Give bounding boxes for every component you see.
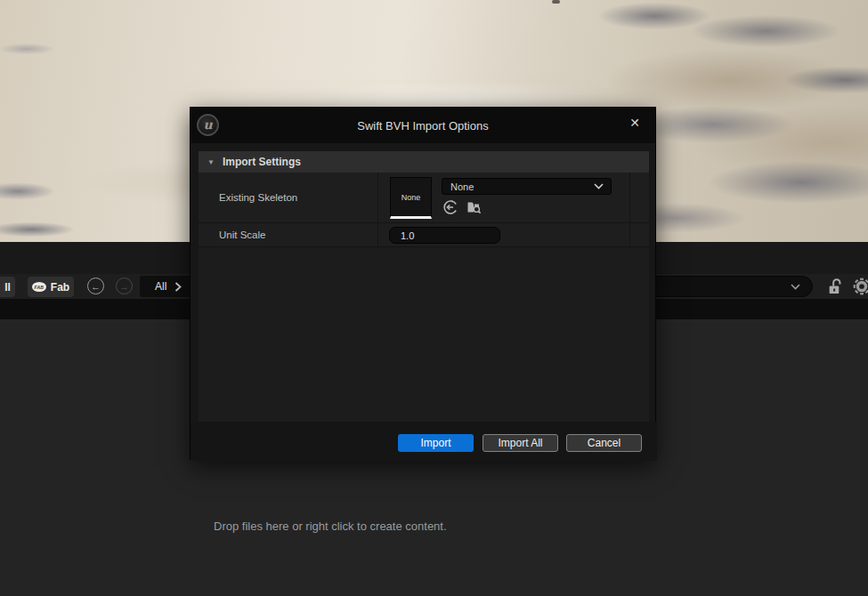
unlock-icon[interactable] [827, 278, 844, 295]
section-header-import-settings[interactable]: ▼ Import Settings [199, 151, 649, 173]
settings-gear-icon[interactable] [852, 277, 868, 296]
property-label-column: Unit Scale [199, 223, 378, 246]
dialog-button-bar: Import Import All Cancel [191, 422, 657, 461]
import-button[interactable]: Import [398, 434, 474, 452]
use-selected-asset-icon[interactable] [443, 200, 458, 214]
close-icon: ✕ [629, 116, 640, 130]
property-row-unit-scale: Unit Scale [199, 223, 649, 247]
distant-object [552, 0, 560, 4]
back-arrow-icon: ← [91, 281, 101, 292]
existing-skeleton-label: Existing Skeleton [219, 192, 297, 203]
close-button[interactable]: ✕ [625, 113, 645, 133]
asset-thumbnail[interactable]: None [390, 177, 432, 219]
dialog-title: Swift BVH Import Options [191, 108, 655, 143]
fab-button-label: Fab [51, 281, 69, 294]
chevron-down-icon [594, 183, 604, 189]
property-label-column: Existing Skeleton [199, 173, 378, 222]
property-value-column [378, 223, 629, 246]
dialog-titlebar[interactable]: Swift BVH Import Options u ✕ [191, 108, 655, 143]
section-header-label: Import Settings [223, 156, 301, 168]
chevron-right-icon [174, 282, 182, 292]
import-options-dialog: Swift BVH Import Options u ✕ ▼ Import Se… [190, 107, 656, 460]
skeleton-asset-combobox[interactable]: None [442, 178, 612, 195]
cancel-button[interactable]: Cancel [566, 434, 642, 452]
forward-arrow-icon: → [119, 281, 129, 292]
breadcrumb-root[interactable]: All [155, 280, 166, 293]
asset-thumbnail-label: None [402, 193, 421, 202]
property-row-existing-skeleton: Existing Skeleton None None [199, 173, 649, 223]
property-reset-column [629, 173, 649, 222]
import-all-button[interactable]: Import All [483, 434, 558, 452]
unreal-engine-logo-icon: u [197, 114, 219, 136]
save-all-label-fragment: ll [4, 281, 11, 294]
property-reset-column [629, 223, 649, 246]
import-settings-panel: ▼ Import Settings Existing Skeleton None… [199, 151, 649, 422]
chevron-down-icon[interactable] [791, 284, 800, 290]
browse-to-asset-icon[interactable] [466, 200, 482, 214]
skeleton-combo-value: None [450, 181, 594, 192]
expander-triangle-icon: ▼ [207, 158, 215, 166]
drop-files-hint: Drop files here or right click to create… [214, 519, 447, 533]
asset-picker-actions [443, 200, 482, 214]
fab-logo-icon: FAB [32, 282, 46, 292]
unit-scale-label: Unit Scale [219, 230, 265, 240]
fab-button[interactable]: FAB Fab [28, 277, 74, 297]
unit-scale-input[interactable] [389, 227, 500, 244]
navigate-back-button[interactable]: ← [87, 278, 104, 294]
property-value-column: None None [378, 173, 629, 222]
save-all-button-clipped[interactable]: ll [0, 277, 15, 297]
navigate-forward-button-disabled: → [116, 278, 133, 294]
